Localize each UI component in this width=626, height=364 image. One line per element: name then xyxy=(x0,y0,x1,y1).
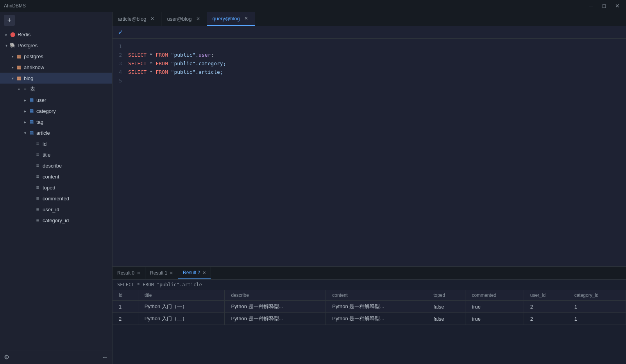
spacer xyxy=(28,173,34,180)
table-cell-toped: false xyxy=(427,301,465,313)
sidebar-item-col-toped[interactable]: ≡ toped xyxy=(0,182,112,193)
close-button[interactable]: ✕ xyxy=(613,2,622,9)
table-cell-toped: false xyxy=(427,313,465,325)
maximize-button[interactable]: □ xyxy=(600,2,608,9)
sidebar-item-redis[interactable]: ⬤ Redis xyxy=(0,29,112,40)
db-icon: ▦ xyxy=(16,64,22,70)
sidebar-item-col-commented[interactable]: ≡ commented xyxy=(0,193,112,204)
chevron-icon xyxy=(3,31,9,37)
sidebar-item-col-content[interactable]: ≡ content xyxy=(0,171,112,182)
table-cell-describe: Python 是一种解释型... xyxy=(225,313,326,325)
sidebar-item-label: toped xyxy=(43,185,55,191)
result-tab-close[interactable]: ✕ xyxy=(170,271,173,276)
result-tab-close[interactable]: ✕ xyxy=(202,270,206,275)
chevron-icon xyxy=(22,97,28,103)
run-query-button[interactable]: ✓ xyxy=(116,28,125,37)
column-icon: ≡ xyxy=(34,173,41,180)
sidebar-footer: ⚙ ← xyxy=(0,350,112,364)
column-icon: ≡ xyxy=(34,141,41,147)
sidebar-item-user-table[interactable]: ▤ user xyxy=(0,95,112,105)
redis-icon: ⬤ xyxy=(9,31,16,37)
sidebar-item-col-user_id[interactable]: ≡ user_id xyxy=(0,204,112,215)
sidebar-tree: ⬤ Redis 🐘 Postgres ▦ postgres ▦ ahriknow xyxy=(0,29,112,350)
sidebar-item-postgres[interactable]: 🐘 Postgres xyxy=(0,40,112,51)
tab-close-button[interactable]: ✕ xyxy=(243,15,249,21)
result-table-header: id title describe content toped commente… xyxy=(113,290,626,301)
result-tab-2[interactable]: Result 2 ✕ xyxy=(178,267,211,279)
sidebar-item-blog-db[interactable]: ▦ blog xyxy=(0,73,112,84)
result-tab-0[interactable]: Result 0 ✕ xyxy=(113,267,145,279)
column-icon: ≡ xyxy=(34,217,41,223)
settings-icon[interactable]: ⚙ xyxy=(4,353,9,361)
chevron-icon xyxy=(16,86,22,92)
column-icon: ≡ xyxy=(34,195,41,202)
postgres-icon: 🐘 xyxy=(9,42,16,48)
chevron-icon xyxy=(22,130,28,136)
col-header-title: title xyxy=(138,290,225,301)
sidebar-item-label: postgres xyxy=(24,54,43,59)
result-tab-label: Result 0 xyxy=(117,270,134,276)
spacer xyxy=(28,195,34,202)
sidebar-item-tag-table[interactable]: ▤ tag xyxy=(0,116,112,127)
col-header-commented: commented xyxy=(465,290,524,301)
tab-query[interactable]: query@blog ✕ xyxy=(207,12,255,26)
tab-article[interactable]: article@blog ✕ xyxy=(113,12,161,26)
sidebar-item-col-category_id[interactable]: ≡ category_id xyxy=(0,215,112,226)
chevron-icon xyxy=(3,42,9,48)
db-icon: ▦ xyxy=(16,75,22,81)
table-icon: ▤ xyxy=(28,119,34,125)
code-line-3: 3 SELECT * FROM "public".category; xyxy=(113,59,626,68)
table-cell-content: Python 是一种解释型... xyxy=(326,313,427,325)
db-icon: ▦ xyxy=(16,53,22,59)
folder-icon: ≡ xyxy=(22,86,28,92)
tab-label: user@blog xyxy=(167,16,191,22)
result-table-body: 1Python 入门（一）Python 是一种解释型...Python 是一种解… xyxy=(113,301,626,325)
sidebar-item-ahriknow-db[interactable]: ▦ ahriknow xyxy=(0,62,112,73)
sidebar-item-postgres-db[interactable]: ▦ postgres xyxy=(0,51,112,62)
col-header-user_id: user_id xyxy=(524,290,568,301)
chevron-icon xyxy=(9,64,16,70)
sidebar-item-label: commented xyxy=(43,196,69,202)
spacer xyxy=(28,184,34,191)
result-tab-1[interactable]: Result 1 ✕ xyxy=(145,267,178,279)
tab-close-button[interactable]: ✕ xyxy=(195,16,201,22)
sidebar-item-label: category xyxy=(36,108,56,114)
column-icon: ≡ xyxy=(34,206,41,212)
sidebar-item-col-title[interactable]: ≡ title xyxy=(0,149,112,160)
sidebar-item-label: id xyxy=(43,141,47,147)
sidebar-item-label: blog xyxy=(24,75,34,81)
result-sql-text: SELECT * FROM "public".article xyxy=(113,280,626,290)
col-header-category_id: category_id xyxy=(568,290,626,301)
table-cell-title: Python 入门（一） xyxy=(138,301,225,313)
content-area: article@blog ✕ user@blog ✕ query@blog ✕ … xyxy=(113,12,626,364)
tab-user[interactable]: user@blog ✕ xyxy=(161,12,207,26)
spacer xyxy=(28,206,34,212)
sidebar-item-label: category_id xyxy=(43,218,69,223)
sidebar-item-label: describe xyxy=(43,163,62,169)
table-cell-commented: true xyxy=(465,313,524,325)
sidebar-item-label: user_id xyxy=(43,207,59,212)
minimize-button[interactable]: ─ xyxy=(587,2,596,9)
result-table-wrap: id title describe content toped commente… xyxy=(113,290,626,364)
tab-close-button[interactable]: ✕ xyxy=(149,16,156,22)
spacer xyxy=(28,217,34,223)
window-controls: ─ □ ✕ xyxy=(587,2,622,9)
result-tab-close[interactable]: ✕ xyxy=(137,271,140,276)
sidebar-item-label: tag xyxy=(36,119,43,125)
sidebar-item-tables-folder[interactable]: ≡ 表 xyxy=(0,84,112,95)
sidebar-item-col-id[interactable]: ≡ id xyxy=(0,138,112,149)
sidebar-item-label: user xyxy=(36,97,46,103)
spacer xyxy=(28,141,34,147)
sidebar-item-category-table[interactable]: ▤ category xyxy=(0,105,112,116)
sidebar-item-article-table[interactable]: ▤ article xyxy=(0,127,112,138)
col-header-describe: describe xyxy=(225,290,326,301)
add-connection-button[interactable]: + xyxy=(4,15,15,26)
sidebar-item-label: article xyxy=(36,130,50,136)
editor-area[interactable]: 1 2 SELECT * FROM "public".user; 3 SELEC… xyxy=(113,39,626,266)
sidebar-item-col-describe[interactable]: ≡ describe xyxy=(0,160,112,171)
sidebar-item-label: Redis xyxy=(18,32,30,37)
table-icon: ▤ xyxy=(28,97,34,103)
back-icon[interactable]: ← xyxy=(102,354,108,361)
main-layout: + ⬤ Redis 🐘 Postgres ▦ postgres xyxy=(0,12,626,364)
chevron-icon xyxy=(9,75,16,81)
